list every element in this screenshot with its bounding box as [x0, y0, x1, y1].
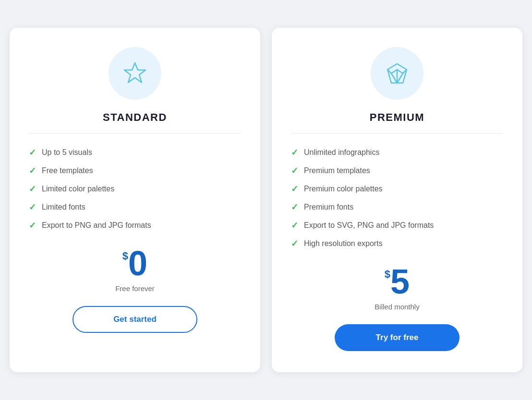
premium-price-label: Billed monthly: [375, 303, 419, 311]
check-icon: ✓: [291, 165, 298, 176]
list-item: ✓ Limited color palettes: [29, 184, 241, 194]
check-icon: ✓: [291, 184, 298, 194]
premium-icon-circle: [371, 47, 423, 100]
svg-line-3: [397, 73, 403, 83]
standard-price-section: $ 0: [122, 246, 147, 281]
list-item: ✓ Unlimited infographics: [291, 147, 503, 158]
diamond-icon: [385, 61, 410, 86]
standard-currency: $: [122, 250, 128, 262]
list-item: ✓ Premium color palettes: [291, 184, 503, 194]
check-icon: ✓: [29, 184, 36, 194]
feature-text: Up to 5 visuals: [42, 148, 92, 157]
feature-text: Unlimited infographics: [304, 148, 379, 157]
check-icon: ✓: [291, 147, 298, 158]
feature-text: Premium fonts: [304, 203, 353, 212]
standard-price-label: Free forever: [115, 284, 155, 293]
list-item: ✓ High resolution exports: [291, 238, 503, 249]
feature-text: High resolution exports: [304, 239, 383, 248]
check-icon: ✓: [29, 165, 36, 176]
feature-text: Premium color palettes: [304, 185, 383, 193]
list-item: ✓ Premium fonts: [291, 202, 503, 212]
feature-text: Premium templates: [304, 166, 370, 175]
list-item: ✓ Export to PNG and JPG formats: [29, 220, 241, 231]
star-icon: [122, 61, 147, 86]
premium-title: PREMIUM: [370, 111, 424, 124]
feature-text: Export to SVG, PNG and JPG formats: [304, 221, 434, 230]
feature-text: Limited fonts: [42, 203, 85, 212]
list-item: ✓ Export to SVG, PNG and JPG formats: [291, 220, 503, 231]
standard-features-list: ✓ Up to 5 visuals ✓ Free templates ✓ Lim…: [29, 147, 241, 231]
get-started-button[interactable]: Get started: [73, 306, 197, 333]
check-icon: ✓: [291, 238, 298, 249]
standard-icon-circle: [109, 47, 161, 100]
pricing-container: STANDARD ✓ Up to 5 visuals ✓ Free templa…: [10, 28, 522, 372]
premium-card: PREMIUM ✓ Unlimited infographics ✓ Premi…: [272, 28, 522, 372]
premium-divider: [291, 133, 503, 134]
feature-text: Limited color palettes: [42, 185, 114, 193]
check-icon: ✓: [291, 202, 298, 212]
premium-price-section: $ 5: [385, 264, 410, 299]
standard-title: STANDARD: [103, 111, 167, 124]
check-icon: ✓: [29, 220, 36, 231]
standard-price: 0: [128, 246, 147, 281]
check-icon: ✓: [29, 202, 36, 212]
check-icon: ✓: [29, 147, 36, 158]
premium-features-list: ✓ Unlimited infographics ✓ Premium templ…: [291, 147, 503, 249]
feature-text: Free templates: [42, 166, 93, 175]
premium-price: 5: [390, 264, 410, 299]
standard-divider: [29, 133, 241, 134]
list-item: ✓ Premium templates: [291, 165, 503, 176]
standard-card: STANDARD ✓ Up to 5 visuals ✓ Free templa…: [10, 28, 260, 372]
list-item: ✓ Free templates: [29, 165, 241, 176]
list-item: ✓ Limited fonts: [29, 202, 241, 212]
feature-text: Export to PNG and JPG formats: [42, 221, 151, 230]
try-for-free-button[interactable]: Try for free: [335, 324, 459, 351]
svg-line-2: [391, 73, 397, 83]
premium-currency: $: [385, 268, 390, 281]
list-item: ✓ Up to 5 visuals: [29, 147, 241, 158]
check-icon: ✓: [291, 220, 298, 231]
svg-marker-0: [124, 63, 145, 82]
